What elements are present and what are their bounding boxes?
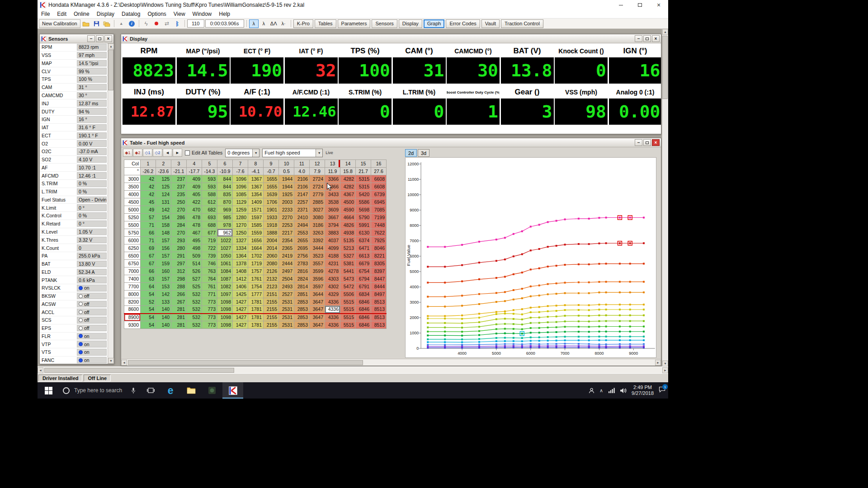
- sensor-row-k-level[interactable]: K.Level1.05 V: [40, 228, 108, 236]
- map-header[interactable]: 15.8: [340, 168, 356, 175]
- sensor-row-k-control[interactable]: K.Control0 %: [40, 212, 108, 220]
- fuel-cell[interactable]: 467: [187, 229, 202, 237]
- fuel-cell[interactable]: 1050: [217, 252, 233, 260]
- map-header[interactable]: 27.6: [371, 168, 387, 175]
- fuel-cell[interactable]: 4336: [325, 314, 340, 321]
- fuel-cell[interactable]: 7622: [371, 229, 387, 237]
- degrees-dropdown[interactable]: 0 degrees ▼: [225, 149, 259, 157]
- col-header-5[interactable]: 5: [202, 160, 217, 168]
- fuel-cell[interactable]: 284: [171, 221, 187, 229]
- map-header[interactable]: -14.3: [202, 168, 217, 175]
- fuel-cell[interactable]: 4336: [325, 321, 340, 329]
- map-header[interactable]: 0.5: [279, 168, 294, 175]
- fuel-cell[interactable]: 8513: [371, 321, 387, 329]
- fuel-cell[interactable]: 3186: [310, 221, 325, 229]
- fuel-cell[interactable]: 1084: [217, 267, 233, 275]
- table-select-dropdown[interactable]: Fuel high speed ▼: [262, 149, 323, 157]
- fuel-cell[interactable]: 71: [141, 237, 156, 244]
- fuel-cell[interactable]: 5213: [340, 244, 356, 252]
- fuel-cell[interactable]: 45: [141, 198, 156, 206]
- fuel-cell[interactable]: 4336: [325, 306, 340, 314]
- sensor-row-vss[interactable]: VSS97 mph: [40, 52, 108, 60]
- fuel-cell[interactable]: 4590: [340, 206, 356, 214]
- fuel-cell[interactable]: 682: [202, 206, 217, 214]
- map-header[interactable]: -0.7: [264, 168, 279, 175]
- record-icon[interactable]: [152, 19, 161, 28]
- sensor-row-afcmd[interactable]: AFCMD12.46 :1: [40, 172, 108, 180]
- fuel-cell[interactable]: 3596: [310, 275, 325, 283]
- fuel-cell[interactable]: 1757: [248, 267, 264, 275]
- fuel-cell[interactable]: 6130: [356, 229, 371, 237]
- fuel-cell[interactable]: 1944: [279, 175, 294, 183]
- fuel-cell[interactable]: 66: [141, 267, 156, 275]
- fuel-cell[interactable]: 1378: [233, 260, 248, 267]
- fuel-cell[interactable]: 4367: [340, 191, 356, 198]
- lambda-target-button[interactable]: λ·: [279, 19, 288, 28]
- fuel-cell[interactable]: 2816: [294, 267, 310, 275]
- row-header-7400[interactable]: 7400: [124, 275, 141, 283]
- fuel-cell[interactable]: 2531: [279, 321, 294, 329]
- fuel-cell[interactable]: 6945: [371, 198, 387, 206]
- prev-col-button[interactable]: ◄: [163, 149, 172, 157]
- fuel-cell[interactable]: 2270: [279, 214, 294, 221]
- fuel-cell[interactable]: 2853: [294, 306, 310, 314]
- map-header[interactable]: 4.0: [294, 168, 310, 175]
- fuel-cell[interactable]: 3538: [325, 198, 340, 206]
- fuel-cell[interactable]: 8513: [371, 314, 387, 321]
- fuel-cell[interactable]: 532: [187, 298, 202, 306]
- fuel-cell[interactable]: 764: [202, 275, 217, 283]
- fuel-cell[interactable]: 8444: [371, 283, 387, 291]
- fuel-cell[interactable]: 237: [171, 175, 187, 183]
- menu-file[interactable]: File: [38, 10, 53, 18]
- fuel-cell[interactable]: 2106: [294, 183, 310, 191]
- fuel-cell[interactable]: 6679: [356, 260, 371, 267]
- scroll-thumb[interactable]: [128, 360, 363, 365]
- sensor-row-duty[interactable]: DUTY94 %: [40, 108, 108, 116]
- fuel-cell[interactable]: 1364: [233, 252, 248, 260]
- sensor-row-s-trim[interactable]: S.TRIM0 %: [40, 180, 108, 188]
- fuel-cell[interactable]: 3597: [310, 283, 325, 291]
- sensor-row-iat[interactable]: IAT31.6 ° F: [40, 124, 108, 132]
- start-button[interactable]: [38, 382, 59, 399]
- fuel-cell[interactable]: 8497: [371, 291, 387, 298]
- fuel-cell[interactable]: 2853: [294, 298, 310, 306]
- fuel-cell[interactable]: 2155: [264, 321, 279, 329]
- row-header-8000[interactable]: 8000: [124, 291, 141, 298]
- restore-button[interactable]: [643, 139, 651, 146]
- scroll-left-icon[interactable]: ◄: [121, 360, 127, 366]
- sensor-row-camcmd[interactable]: CAMCMD30 °: [40, 92, 108, 100]
- fuel-cell[interactable]: 7199: [371, 214, 387, 221]
- fuel-cell[interactable]: 532: [187, 306, 202, 314]
- fuel-cell[interactable]: 5135: [340, 237, 356, 244]
- fuel-cell[interactable]: 5515: [340, 314, 356, 321]
- fuel-cell[interactable]: 6608: [371, 183, 387, 191]
- fuel-cell[interactable]: 2257: [294, 198, 310, 206]
- fuel-cell[interactable]: 5515: [340, 321, 356, 329]
- fuel-cell[interactable]: 1925: [279, 191, 294, 198]
- col-header-15[interactable]: 15: [356, 160, 371, 168]
- view-button-vault[interactable]: Vault: [481, 19, 500, 28]
- fuel-cell[interactable]: 125: [156, 183, 171, 191]
- fuel-cell[interactable]: 3644: [310, 291, 325, 298]
- col-header-16[interactable]: 16: [371, 160, 387, 168]
- fuel-cell[interactable]: 4278: [325, 267, 340, 275]
- fuel-cell[interactable]: 3667: [325, 214, 340, 221]
- fuel-cell[interactable]: 2531: [279, 298, 294, 306]
- fuel-cell[interactable]: 4826: [340, 221, 356, 229]
- row-header-6000[interactable]: 6000: [124, 237, 141, 244]
- fuel-cell[interactable]: 8397: [371, 267, 387, 275]
- sensor-row-rvslck[interactable]: RVSLCKon: [40, 284, 108, 292]
- fuel-cell[interactable]: 5315: [356, 183, 371, 191]
- sensor-row-fanc[interactable]: FANCon: [40, 357, 108, 364]
- tray-expand-icon[interactable]: ∧: [599, 388, 603, 394]
- fuel-cell[interactable]: 1082: [217, 283, 233, 291]
- fuel-cell[interactable]: 148: [156, 229, 171, 237]
- fuel-cell[interactable]: 42: [141, 191, 156, 198]
- fuel-cell[interactable]: 124: [156, 191, 171, 198]
- fuel-cell[interactable]: 1781: [248, 298, 264, 306]
- row-header-6500[interactable]: 6500: [124, 252, 141, 260]
- fuel-cell[interactable]: 1096: [233, 183, 248, 191]
- fuel-cell[interactable]: 6846: [356, 298, 371, 306]
- fuel-cell[interactable]: 1412: [233, 275, 248, 283]
- next-col-button[interactable]: ►: [173, 149, 182, 157]
